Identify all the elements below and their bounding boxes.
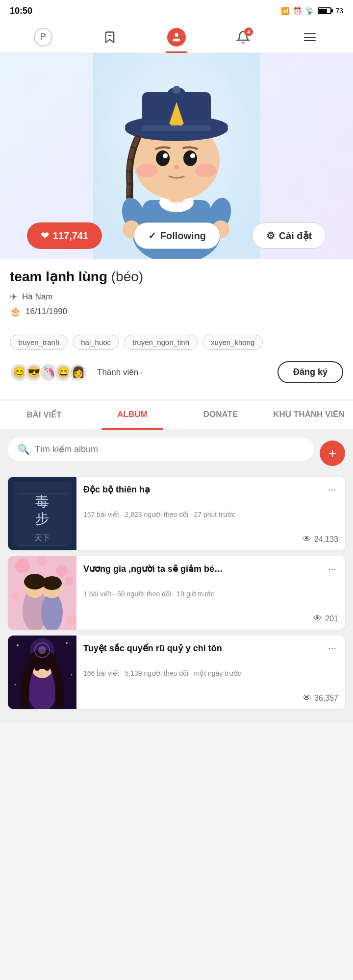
svg-point-59 <box>17 644 19 646</box>
status-time: 10:50 <box>10 6 32 16</box>
tag-2[interactable]: truyen_ngon_tinh <box>124 335 198 350</box>
nav-menu-icon[interactable] <box>299 26 321 48</box>
hamburger-menu[interactable] <box>304 33 316 41</box>
svg-text:毒: 毒 <box>35 494 49 509</box>
views-2: 36,357 <box>314 694 338 703</box>
eye-icon-2: 👁 <box>303 693 311 703</box>
profile-avatar-container: ❤ 117,741 ✓ Following ⚙ Cài đặt <box>0 53 353 259</box>
tab-bai-viet[interactable]: BÀI VIẾT <box>0 401 88 429</box>
svg-point-15 <box>193 154 195 156</box>
svg-point-1 <box>175 33 178 36</box>
tab-album[interactable]: ALBUM <box>88 401 176 429</box>
tags-container: truyen_tranh hai_huoc truyen_ngon_tinh x… <box>0 330 353 355</box>
album-header-1: Vương gia ,người ta sẽ giảm bé… ··· <box>83 563 338 575</box>
album-more-1[interactable]: ··· <box>326 563 338 574</box>
svg-text:步: 步 <box>35 511 49 526</box>
tag-3[interactable]: xuyen_khong <box>202 335 263 350</box>
svg-point-60 <box>66 642 68 644</box>
status-icons: 📶 ⏰ 📡 73 <box>281 7 343 15</box>
profile-birthday: 🎂 16/11/1990 <box>10 306 343 317</box>
nav-profile-icon[interactable] <box>166 26 187 48</box>
subscribe-button[interactable]: Đăng ký <box>277 361 343 383</box>
settings-button[interactable]: ⚙ Cài đặt <box>252 222 327 249</box>
gear-icon: ⚙ <box>266 230 275 242</box>
likes-count: 117,741 <box>53 230 88 242</box>
location-icon: ✈ <box>10 292 17 302</box>
album-footer-0: 👁 24,133 <box>83 534 338 544</box>
album-thumb-2 <box>8 636 76 709</box>
album-more-2[interactable]: ··· <box>326 642 338 654</box>
p-button[interactable]: P <box>34 28 52 47</box>
album-header-2: Tuyệt sắc quyến rũ quỷ y chí tôn ··· <box>83 642 338 655</box>
album-card-2: Tuyệt sắc quyến rũ quỷ y chí tôn ··· 166… <box>8 636 345 709</box>
tab-khu-thanh-vien[interactable]: KHU THÀNH VIÊN <box>265 401 353 429</box>
view-count-0: 👁 24,133 <box>303 534 338 544</box>
plus-icon: + <box>328 445 336 461</box>
album-title-1: Vương gia ,người ta sẽ giảm bé… <box>83 563 326 575</box>
nav-p-icon[interactable]: P <box>32 26 54 48</box>
likes-button[interactable]: ❤ 117,741 <box>27 222 102 249</box>
add-album-button[interactable]: + <box>320 441 345 466</box>
top-nav: P 4 <box>0 22 353 53</box>
profile-avatar-nav[interactable] <box>167 28 186 47</box>
checkmark-icon: ✓ <box>148 230 156 242</box>
svg-point-14 <box>165 154 168 156</box>
svg-point-47 <box>11 591 19 599</box>
search-icon: 🔍 <box>18 443 30 455</box>
tab-donate[interactable]: DONATE <box>176 401 265 429</box>
tag-1[interactable]: hai_huoc <box>73 335 119 350</box>
members-left: 😊 😎 🦄 😄 👩 Thành viên › <box>10 363 143 382</box>
members-section: 😊 😎 🦄 😄 👩 Thành viên › Đăng ký <box>0 355 353 389</box>
location-text: Hà Nam <box>22 292 52 302</box>
svg-point-11 <box>183 150 197 166</box>
album-content-1: Vương gia ,người ta sẽ giảm bé… ··· 1 bà… <box>76 556 345 630</box>
profile-info: team lạnh lùng (béo) ✈ Hà Nam 🎂 16/11/19… <box>0 259 353 330</box>
album-content-2: Tuyệt sắc quyến rũ quỷ y chí tôn ··· 166… <box>76 636 345 709</box>
svg-point-56 <box>44 664 50 671</box>
signal-icon: 📶 <box>281 7 289 15</box>
svg-point-40 <box>37 556 47 566</box>
views-0: 24,133 <box>314 535 338 544</box>
view-count-1: 👁 201 <box>313 613 338 624</box>
content-area: 🔍 + 毒 步 天下 Độc bộ thiên hạ ··· <box>0 430 353 723</box>
album-title-2: Tuyệt sắc quyến rũ quỷ y chí tôn <box>83 642 326 655</box>
status-bar: 10:50 📶 ⏰ 📡 73 <box>0 0 353 22</box>
svg-point-16 <box>174 165 179 169</box>
svg-point-39 <box>56 565 68 577</box>
nav-bookmark-icon[interactable] <box>99 26 121 48</box>
svg-point-62 <box>71 674 73 676</box>
album-footer-2: 👁 36,357 <box>83 693 338 703</box>
eye-icon-0: 👁 <box>303 534 311 544</box>
birthday-text: 16/11/1990 <box>25 307 67 317</box>
member-avatars: 😊 😎 🦄 😄 👩 <box>10 363 83 382</box>
members-label[interactable]: Thành viên › <box>97 368 143 377</box>
notification-badge: 4 <box>244 27 253 36</box>
svg-point-48 <box>65 576 74 585</box>
search-input[interactable] <box>35 444 304 455</box>
tabs-container: BÀI VIẾT ALBUM DONATE KHU THÀNH VIÊN <box>0 401 353 430</box>
svg-text:天下: 天下 <box>34 534 50 542</box>
svg-point-58 <box>38 646 46 654</box>
svg-point-38 <box>15 559 30 573</box>
battery-icon <box>318 7 331 14</box>
svg-point-49 <box>66 614 76 625</box>
album-meta-0: 157 bài viết · 2,823 người theo dõi · 27… <box>83 510 338 520</box>
nav-notifications-icon[interactable]: 4 <box>232 26 254 48</box>
following-label: Following <box>160 230 206 242</box>
album-more-0[interactable]: ··· <box>326 484 338 495</box>
album-footer-1: 👁 201 <box>83 613 338 624</box>
search-bar: 🔍 <box>8 438 314 461</box>
album-thumb-0: 毒 步 天下 <box>8 477 76 550</box>
birthday-icon: 🎂 <box>10 306 21 317</box>
album-thumb-1 <box>8 556 76 630</box>
settings-label: Cài đặt <box>279 230 312 242</box>
following-button[interactable]: ✓ Following <box>134 222 220 249</box>
svg-point-46 <box>42 576 62 590</box>
profile-actions: ❤ 117,741 ✓ Following ⚙ Cài đặt <box>0 222 353 249</box>
album-card-0: 毒 步 天下 Độc bộ thiên hạ ··· 157 bài viết … <box>8 477 345 550</box>
svg-point-24 <box>173 86 180 94</box>
wifi-icon: 📡 <box>305 7 314 15</box>
album-meta-1: 1 bài viết · 50 người theo dõi · 19 giờ … <box>83 589 338 599</box>
profile-name: team lạnh lùng (béo) <box>10 269 343 285</box>
tag-0[interactable]: truyen_tranh <box>10 335 68 350</box>
